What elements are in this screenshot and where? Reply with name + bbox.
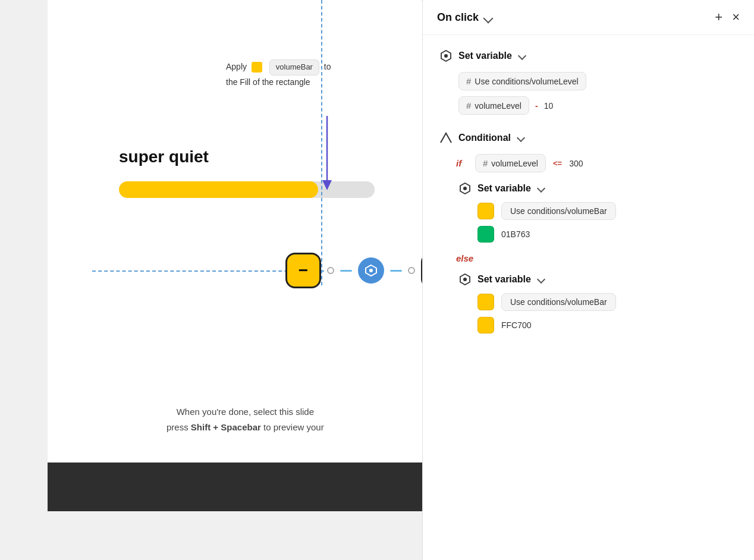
svg-point-8 [463, 278, 467, 281]
else-set-variable-title: Set variable [477, 274, 531, 285]
panel-title-chevron[interactable] [483, 12, 493, 22]
else-label: else [439, 253, 737, 263]
use-conditions-volumelevel-badge[interactable]: # Use conditions/volumeLevel [458, 72, 586, 90]
green-swatch-then[interactable] [477, 226, 494, 243]
volumelevel-badge-if[interactable]: # volumeLevel [475, 154, 546, 172]
apply-text-block: Apply volumeBar to the Fill of the recta… [226, 59, 331, 89]
conditional-arrow-icon [439, 132, 453, 144]
set-variable-section-1: Set variable # Use conditions/volumeLeve… [439, 49, 737, 115]
bottom-text-block: When you're done, select this slide pres… [166, 404, 324, 435]
panel-header: On click + × [423, 0, 754, 35]
to-label: to [324, 62, 331, 71]
connector-dot-right [408, 267, 415, 274]
panel-title-group: On click [437, 11, 493, 24]
right-panel: On click + × Set variable [422, 0, 754, 560]
minus-button[interactable]: − [285, 253, 321, 288]
connector-dot-left [327, 267, 334, 274]
lte-operator: <= [553, 159, 562, 168]
else-set-variable-header: Set variable [458, 273, 737, 286]
set-variable-chevron-1[interactable] [518, 52, 526, 60]
variable-row-2: # volumeLevel - 10 [439, 96, 737, 115]
then-set-variable-chevron[interactable] [537, 184, 545, 193]
value-300: 300 [569, 159, 583, 168]
yellow-swatch-then[interactable] [477, 203, 494, 219]
close-panel-button[interactable]: × [732, 11, 740, 24]
else-color-row-1: Use conditions/volumeBar [458, 293, 737, 311]
variable-row-1: # Use conditions/volumeLevel [439, 72, 737, 90]
conditional-title: Conditional [458, 133, 511, 143]
canvas-area: Apply volumeBar to the Fill of the recta… [0, 0, 422, 560]
svg-marker-0 [322, 180, 332, 190]
conditional-header: Conditional [439, 131, 737, 144]
dark-footer [48, 463, 470, 511]
value-10: 10 [544, 101, 554, 111]
yellow-swatch-small [252, 62, 262, 73]
then-set-variable-title: Set variable [477, 183, 531, 194]
hex-icon-then [459, 183, 471, 194]
else-set-variable-icon [458, 273, 472, 286]
else-color-row-2: FFC700 [458, 317, 737, 334]
use-conditions-volumebar-badge-then[interactable]: Use conditions/volumeBar [501, 202, 616, 220]
add-action-button[interactable]: + [715, 11, 722, 24]
volumelevel-text-if: volumeLevel [491, 159, 538, 168]
if-row: if # volumeLevel <= 300 [439, 154, 737, 172]
bottom-text-2: press [166, 422, 191, 432]
volume-bar-badge: volumeBar [269, 59, 319, 75]
apply-label: Apply [226, 62, 247, 71]
use-conditions-volumebar-badge-else[interactable]: Use conditions/volumeBar [501, 293, 616, 311]
super-quiet-text: super quiet [119, 147, 209, 166]
hex-component-icon [365, 264, 378, 277]
arrow-down [309, 116, 345, 193]
then-color-row-1: Use conditions/volumeBar [458, 202, 737, 220]
then-set-variable-header: Set variable [458, 182, 737, 195]
fill-label: the Fill of the rectangle [226, 77, 310, 87]
hex-icon [440, 50, 452, 62]
connector-line-left [340, 270, 352, 272]
progress-bar-fill [119, 181, 318, 198]
hash-symbol-if: # [483, 158, 488, 168]
center-component-button[interactable] [358, 257, 384, 284]
if-label: if [456, 158, 468, 168]
set-variable-header-1: Set variable [439, 49, 737, 62]
then-set-variable-section: Set variable Use conditions/volumeBar 01… [439, 182, 737, 243]
hash-symbol-2: # [466, 100, 471, 111]
bottom-text-3: to preview your [261, 422, 324, 432]
panel-body: Set variable # Use conditions/volumeLeve… [423, 35, 754, 364]
panel-title: On click [437, 11, 479, 24]
then-color-row-2: 01B763 [458, 226, 737, 243]
connector-line-right [390, 270, 402, 272]
yellow-swatch-else-2[interactable] [477, 317, 494, 334]
set-variable-title-1: Set variable [458, 51, 512, 61]
then-set-variable-icon [458, 182, 472, 195]
svg-point-2 [369, 269, 373, 272]
hex-icon-else [459, 273, 471, 285]
svg-point-4 [444, 54, 448, 58]
green-color-text-then: 01B763 [501, 229, 530, 239]
volumelevel-badge-1[interactable]: # volumeLevel [458, 96, 529, 115]
else-set-variable-chevron[interactable] [537, 275, 545, 284]
bottom-text-bold: Shift + Spacebar [191, 422, 261, 432]
use-conditions-volumelevel-text: Use conditions/volumeLevel [475, 77, 578, 86]
set-variable-icon-1 [439, 49, 453, 62]
canvas-content: Apply volumeBar to the Fill of the recta… [48, 0, 422, 511]
yellow-color-text-else: FFC700 [501, 320, 532, 330]
panel-header-actions: + × [715, 11, 740, 24]
else-set-variable-section: Set variable Use conditions/volumeBar FF… [439, 273, 737, 334]
hash-symbol-1: # [466, 76, 471, 86]
svg-point-6 [463, 187, 467, 190]
volumelevel-text-1: volumeLevel [475, 101, 521, 111]
conditional-icon [439, 131, 453, 144]
yellow-swatch-else[interactable] [477, 294, 494, 310]
conditional-section: Conditional if # volumeLevel <= 300 [439, 131, 737, 334]
conditional-chevron[interactable] [517, 134, 525, 142]
minus-operator: - [535, 101, 538, 111]
bottom-text-1: When you're done, select this slide [177, 407, 314, 417]
